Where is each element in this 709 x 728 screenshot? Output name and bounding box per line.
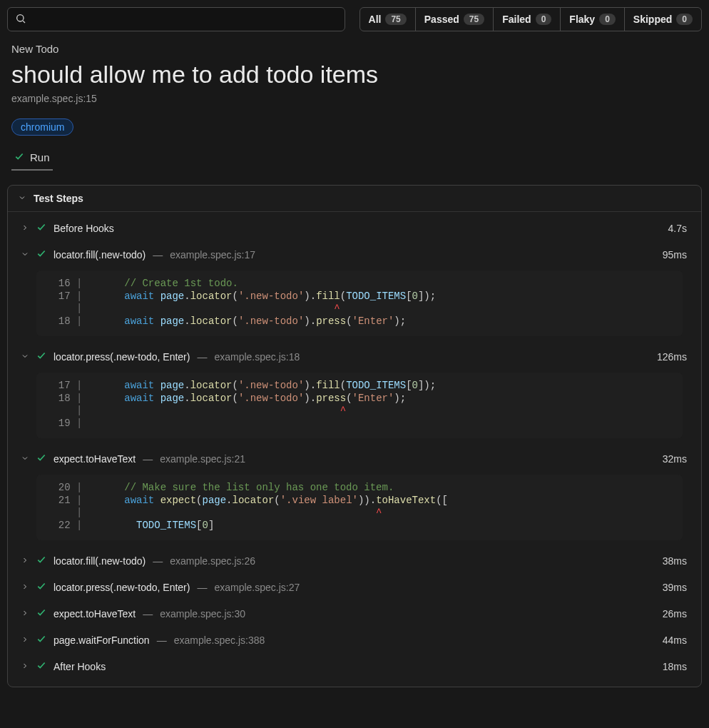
step-name: locator.press(.new-todo, Enter) (53, 582, 190, 593)
chevron-icon (21, 635, 29, 646)
code-block: 16 | // Create 1st todo. 17 | await page… (36, 271, 683, 336)
step-name: expect.toHaveText (53, 608, 136, 620)
step-sep: — (143, 453, 153, 465)
step-duration: 38ms (663, 555, 687, 567)
filter-all[interactable]: All75 (360, 8, 416, 31)
chevron-icon (21, 223, 29, 234)
chevron-icon (21, 661, 29, 672)
step-location: example.spec.js:21 (160, 453, 245, 465)
filter-label: All (369, 14, 382, 25)
step-location: example.spec.js:17 (170, 249, 255, 261)
chevron-icon (21, 351, 29, 363)
filter-passed[interactable]: Passed75 (416, 8, 494, 31)
step-location: example.spec.js:30 (160, 608, 245, 620)
step-location: example.spec.js:18 (214, 351, 300, 363)
filter-bar: All75Passed75Failed0Flaky0Skipped0 (359, 7, 702, 31)
top-bar: All75Passed75Failed0Flaky0Skipped0 (0, 0, 709, 39)
chevron-icon (21, 582, 29, 593)
step-name: After Hooks (53, 661, 106, 672)
test-title: should allow me to add todo items (11, 61, 698, 89)
check-icon (36, 453, 46, 465)
step-sep: — (197, 351, 207, 363)
check-icon (14, 151, 24, 163)
filter-label: Flaky (569, 14, 595, 25)
step-location: example.spec.js:27 (214, 582, 300, 593)
project-chip[interactable]: chromium (11, 118, 73, 136)
check-icon (36, 660, 46, 672)
search-input-wrapper[interactable] (7, 7, 345, 31)
step-sep: — (197, 582, 207, 593)
search-input[interactable] (32, 14, 337, 25)
step-duration: 126ms (657, 351, 687, 363)
step-row[interactable]: locator.fill(.new-todo) — example.spec.j… (8, 241, 701, 268)
file-location: example.spec.js:15 (11, 93, 698, 104)
chevron-icon (21, 249, 29, 261)
step-row[interactable]: expect.toHaveText — example.spec.js:2132… (8, 445, 701, 472)
filter-count: 0 (536, 14, 552, 25)
chevron-icon (21, 608, 29, 620)
test-header: New Todo should allow me to add todo ite… (0, 39, 709, 171)
step-duration: 44ms (663, 635, 687, 646)
check-icon (36, 350, 46, 363)
step-name: locator.press(.new-todo, Enter) (53, 351, 190, 363)
test-steps-panel: Test Steps Before Hooks4.7slocator.fill(… (7, 185, 702, 687)
step-name: page.waitForFunction (53, 635, 150, 646)
step-sep: — (153, 249, 163, 261)
chevron-down-icon (18, 193, 26, 204)
filter-count: 75 (385, 14, 406, 25)
check-icon (36, 607, 46, 620)
run-tab-underline (11, 169, 53, 171)
suite-name: New Todo (11, 43, 698, 55)
svg-point-0 (17, 14, 24, 21)
filter-label: Failed (502, 14, 531, 25)
step-duration: 18ms (663, 661, 687, 672)
filter-flaky[interactable]: Flaky0 (561, 8, 625, 31)
code-block: 20 | // Make sure the list only has one … (36, 475, 683, 540)
step-sep: — (143, 608, 153, 620)
step-duration: 39ms (663, 582, 687, 593)
step-name: Before Hooks (53, 223, 114, 234)
check-icon (36, 555, 46, 567)
search-icon (15, 13, 26, 26)
step-sep: — (153, 555, 163, 567)
step-location: example.spec.js:388 (174, 635, 265, 646)
chevron-icon (21, 453, 29, 465)
filter-count: 0 (599, 14, 616, 25)
steps-list: Before Hooks4.7slocator.fill(.new-todo) … (8, 212, 701, 687)
run-label: Run (30, 151, 50, 163)
check-icon (36, 581, 46, 593)
check-icon (36, 222, 46, 234)
step-name: expect.toHaveText (53, 453, 136, 465)
step-duration: 26ms (663, 608, 687, 620)
filter-count: 75 (464, 14, 484, 25)
filter-failed[interactable]: Failed0 (494, 8, 561, 31)
filter-count: 0 (676, 14, 693, 25)
step-duration: 4.7s (668, 223, 687, 234)
step-name: locator.fill(.new-todo) (53, 555, 146, 567)
chevron-icon (21, 555, 29, 567)
step-sep: — (157, 635, 167, 646)
filter-label: Skipped (633, 14, 672, 25)
step-row[interactable]: After Hooks18ms (8, 653, 701, 679)
step-row[interactable]: locator.fill(.new-todo) — example.spec.j… (8, 547, 701, 574)
step-location: example.spec.js:26 (170, 555, 255, 567)
step-duration: 95ms (663, 249, 687, 261)
panel-header[interactable]: Test Steps (8, 186, 701, 212)
check-icon (36, 248, 46, 261)
panel-title: Test Steps (34, 193, 83, 204)
svg-line-1 (23, 21, 25, 23)
step-row[interactable]: Before Hooks4.7s (8, 215, 701, 241)
code-block: 17 | await page.locator('.new-todo').fil… (36, 373, 683, 438)
step-row[interactable]: expect.toHaveText — example.spec.js:3026… (8, 600, 701, 627)
filter-label: Passed (424, 14, 459, 25)
check-icon (36, 634, 46, 646)
run-tab[interactable]: Run (11, 147, 698, 169)
step-row[interactable]: page.waitForFunction — example.spec.js:3… (8, 627, 701, 653)
step-duration: 32ms (663, 453, 687, 465)
step-name: locator.fill(.new-todo) (53, 249, 146, 261)
step-row[interactable]: locator.press(.new-todo, Enter) — exampl… (8, 343, 701, 370)
filter-skipped[interactable]: Skipped0 (625, 8, 701, 31)
step-row[interactable]: locator.press(.new-todo, Enter) — exampl… (8, 574, 701, 600)
